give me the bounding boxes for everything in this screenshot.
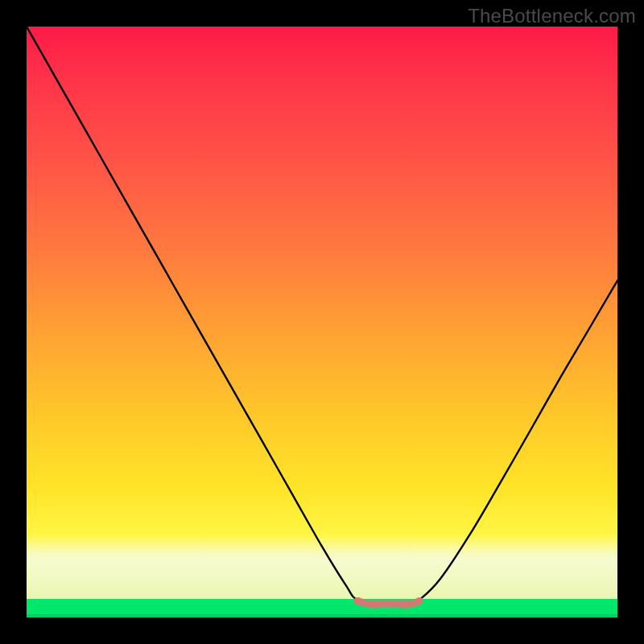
watermark-label: TheBottleneck.com — [468, 5, 636, 27]
plot-background — [27, 27, 617, 617]
chart-frame: TheBottleneck.com — [0, 0, 644, 644]
